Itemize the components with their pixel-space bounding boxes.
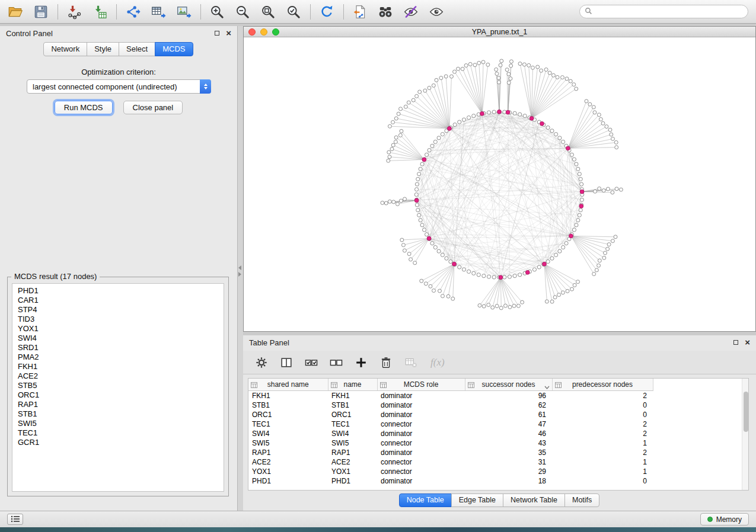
cell-mcds-role[interactable]: dominator — [377, 448, 465, 457]
cell-successor-nodes[interactable]: 46 — [465, 429, 552, 438]
dominator-node[interactable] — [427, 236, 431, 241]
cell-name[interactable]: FKH1 — [328, 390, 377, 400]
dominator-node[interactable] — [422, 158, 426, 162]
column-header-successor-nodes[interactable]: successor nodes — [465, 379, 552, 390]
cell-shared-name[interactable]: SWI4 — [248, 429, 328, 438]
toolbar-button-export-document[interactable] — [350, 2, 369, 21]
run-mcds-button[interactable]: Run MCDS — [55, 101, 113, 114]
toolbar-button-zoom-out[interactable] — [233, 2, 252, 21]
table-row[interactable]: ACE2ACE2connector311 — [248, 457, 653, 467]
cell-mcds-role[interactable]: connector — [377, 457, 465, 467]
dominator-node[interactable] — [447, 126, 451, 130]
table-toolbar-button-column-layout[interactable] — [279, 355, 294, 370]
mcds-result-item[interactable]: TID3 — [12, 315, 224, 324]
cell-shared-name[interactable]: SWI5 — [248, 438, 328, 448]
tab-motifs[interactable]: Motifs — [564, 493, 599, 507]
cell-mcds-role[interactable]: dominator — [377, 400, 465, 410]
memory-button[interactable]: Memory — [700, 513, 749, 525]
cell-successor-nodes[interactable]: 31 — [465, 457, 552, 467]
mcds-result-item[interactable]: STB1 — [12, 409, 224, 419]
cell-name[interactable]: ORC1 — [328, 410, 377, 419]
column-header-predecessor-nodes[interactable]: predecessor nodes — [552, 379, 653, 390]
cell-shared-name[interactable]: YOX1 — [248, 467, 328, 476]
tab-edge-table[interactable]: Edge Table — [451, 493, 503, 507]
cell-successor-nodes[interactable]: 29 — [465, 467, 552, 476]
cell-successor-nodes[interactable]: 61 — [465, 410, 552, 419]
cell-successor-nodes[interactable]: 47 — [465, 419, 552, 429]
table-scrollbar-thumb[interactable] — [744, 392, 748, 432]
cell-shared-name[interactable]: FKH1 — [248, 390, 328, 400]
close-mcds-panel-button[interactable]: Close panel — [123, 101, 183, 114]
toolbar-button-export-image[interactable] — [174, 2, 193, 21]
toolbar-button-zoom-fit[interactable] — [259, 2, 277, 21]
toolbar-button-show-all[interactable] — [427, 2, 446, 21]
search-input[interactable] — [596, 7, 743, 16]
dominator-node[interactable] — [580, 190, 584, 194]
table-toolbar-button-settings-gear[interactable] — [254, 355, 269, 370]
dominator-node[interactable] — [414, 198, 419, 203]
window-close-icon[interactable] — [248, 28, 256, 36]
close-panel-icon[interactable]: × — [745, 339, 750, 345]
float-panel-icon[interactable] — [733, 340, 738, 345]
toolbar-button-hide-unselected[interactable] — [401, 2, 420, 21]
cell-shared-name[interactable]: TEC1 — [248, 419, 328, 429]
cell-name[interactable]: PHD1 — [328, 476, 377, 486]
mcds-result-item[interactable]: FKH1 — [12, 362, 224, 371]
cell-name[interactable]: YOX1 — [328, 467, 377, 476]
window-zoom-icon[interactable] — [272, 28, 279, 36]
toolbar-button-import-network[interactable] — [65, 2, 84, 21]
splitter-collapse-icon[interactable] — [238, 265, 241, 277]
table-row[interactable]: STB1STB1dominator620 — [248, 400, 653, 410]
table-row[interactable]: SWI4SWI4dominator462 — [248, 429, 653, 438]
dominator-node[interactable] — [480, 111, 484, 116]
cell-name[interactable]: SWI5 — [328, 438, 377, 448]
cell-mcds-role[interactable]: connector — [377, 438, 465, 448]
table-row[interactable]: FKH1FKH1dominator962 — [248, 390, 653, 400]
table-toolbar-button-uncheck-all[interactable] — [328, 355, 344, 370]
mcds-result-item[interactable]: CAR1 — [12, 296, 224, 305]
mcds-result-item[interactable]: YOX1 — [12, 324, 224, 334]
mcds-result-item[interactable]: TEC1 — [12, 428, 224, 438]
table-row[interactable]: SWI5SWI5connector431 — [248, 438, 653, 448]
table-toolbar-button-delete-table[interactable] — [403, 355, 419, 370]
table-row[interactable]: ORC1ORC1dominator610 — [248, 410, 653, 419]
mcds-result-item[interactable]: SRD1 — [12, 343, 224, 352]
dominator-node[interactable] — [569, 234, 573, 238]
toolbar-button-search-binoculars[interactable] — [376, 2, 395, 21]
cell-shared-name[interactable]: ACE2 — [248, 457, 328, 467]
dominator-node[interactable] — [499, 275, 503, 280]
tab-node-table[interactable]: Node Table — [399, 493, 452, 507]
cell-predecessor-nodes[interactable]: 0 — [552, 476, 653, 486]
mcds-result-item[interactable]: PHD1 — [12, 286, 224, 296]
table-toolbar-button-check-all[interactable] — [304, 355, 319, 370]
dominator-node[interactable] — [540, 121, 544, 126]
cell-predecessor-nodes[interactable]: 1 — [552, 467, 653, 476]
cell-mcds-role[interactable]: connector — [377, 419, 465, 429]
cell-shared-name[interactable]: PHD1 — [248, 476, 328, 486]
cell-shared-name[interactable]: RAP1 — [248, 448, 328, 457]
cell-mcds-role[interactable]: dominator — [377, 429, 465, 438]
table-row[interactable]: RAP1RAP1dominator352 — [248, 448, 653, 457]
tab-network-table[interactable]: Network Table — [503, 493, 565, 507]
cell-predecessor-nodes[interactable]: 1 — [552, 438, 653, 448]
toolbar-button-export-network[interactable] — [123, 2, 142, 21]
toolbar-button-save[interactable] — [31, 2, 50, 21]
toolbar-search[interactable] — [579, 5, 748, 18]
cell-successor-nodes[interactable]: 96 — [465, 390, 552, 400]
cell-mcds-role[interactable]: dominator — [377, 476, 465, 486]
cell-successor-nodes[interactable]: 62 — [465, 400, 552, 410]
tab-select[interactable]: Select — [119, 42, 155, 56]
column-header-mcds-role[interactable]: MCDS role — [377, 379, 465, 390]
cell-predecessor-nodes[interactable]: 2 — [552, 390, 653, 400]
cell-shared-name[interactable]: ORC1 — [248, 410, 328, 419]
cell-name[interactable]: STB1 — [328, 400, 377, 410]
cell-shared-name[interactable]: STB1 — [248, 400, 328, 410]
table-row[interactable]: PHD1PHD1dominator180 — [248, 476, 653, 486]
cell-name[interactable]: TEC1 — [328, 419, 377, 429]
cell-predecessor-nodes[interactable]: 0 — [552, 410, 653, 419]
float-panel-icon[interactable] — [215, 31, 219, 36]
cell-name[interactable]: ACE2 — [328, 457, 377, 467]
mcds-result-item[interactable]: ACE2 — [12, 371, 224, 381]
mcds-result-list[interactable]: PHD1CAR1STP4TID3YOX1SWI4SRD1PMA2FKH1ACE2… — [12, 283, 224, 492]
dominator-node[interactable] — [529, 116, 534, 120]
